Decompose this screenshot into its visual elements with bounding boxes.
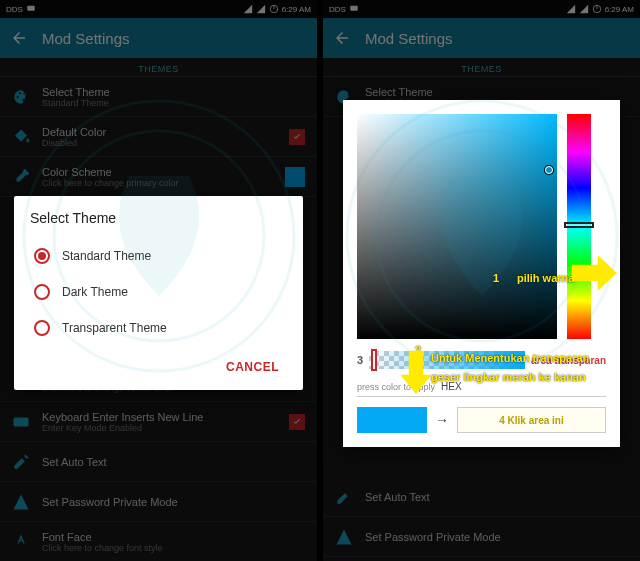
phone-right: DDS 6:29 AM Mod Settings THEMES Select T… [323,0,640,561]
radio-unchecked-icon [34,284,50,300]
color-picker-dialog: 3 area transparan press color to apply H… [343,100,620,447]
hue-slider[interactable] [567,114,591,339]
alpha-cursor[interactable] [371,349,377,371]
step3-number: 3 [357,354,363,366]
cancel-button[interactable]: CANCEL [218,354,287,380]
dialog-title: Select Theme [30,210,287,226]
area-transparan-label: area transparan [531,355,606,366]
radio-standard[interactable]: Standard Theme [30,238,287,274]
saturation-value-area[interactable] [357,114,557,339]
sv-cursor[interactable] [545,166,553,174]
hex-input[interactable]: press color to apply HEX [357,377,606,397]
current-color-swatch [357,407,427,433]
radio-checked-icon [34,248,50,264]
radio-transparent[interactable]: Transparent Theme [30,310,287,346]
phone-left: DDS 6:29 AM Mod Settings THEMES Select T… [0,0,317,561]
hue-cursor[interactable] [564,222,594,228]
theme-dialog: Select Theme Standard Theme Dark Theme T… [14,196,303,390]
radio-unchecked-icon [34,320,50,336]
apply-color-button[interactable]: 4 Klik area ini [457,407,606,433]
alpha-slider[interactable] [369,351,525,369]
arrow-icon: → [435,412,449,428]
radio-dark[interactable]: Dark Theme [30,274,287,310]
